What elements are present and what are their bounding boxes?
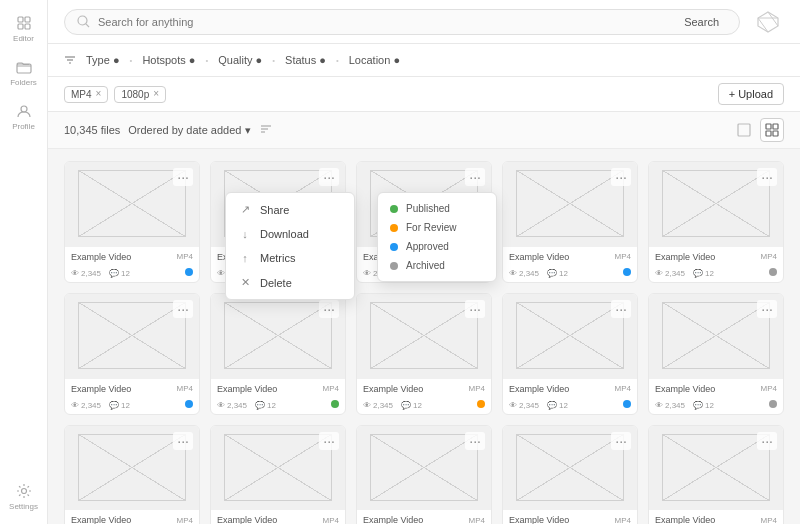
sidebar-editor-label: Editor [13, 34, 34, 43]
thumbnail-placeholder [662, 434, 769, 501]
folders-icon [15, 58, 33, 76]
status-option-approved[interactable]: Approved [386, 237, 488, 256]
card-status-dot [769, 268, 777, 276]
card-footer: Example Video MP4 [503, 378, 637, 399]
media-card[interactable]: ··· Example Video MP4 👁 2,345 💬 12 [356, 425, 492, 525]
media-card[interactable]: ··· Example Video MP4 👁 2,345 💬 12 [356, 293, 492, 415]
card-views: 👁 2,345 [217, 401, 247, 410]
order-button[interactable]: Ordered by date added ▾ [128, 124, 251, 137]
media-card[interactable]: ··· Published For Review [356, 161, 492, 283]
svg-rect-1 [25, 17, 30, 22]
card-more-button[interactable]: ··· [757, 168, 777, 186]
list-view-button[interactable] [732, 118, 756, 142]
sidebar-item-editor[interactable]: Editor [4, 8, 44, 48]
comment-icon: 💬 [401, 401, 411, 410]
file-count: 10,345 files [64, 124, 120, 136]
upload-button[interactable]: + Upload [718, 83, 784, 105]
card-more-button[interactable]: ··· [465, 168, 485, 186]
card-more-button[interactable]: ··· [757, 432, 777, 450]
card-more-button[interactable]: ··· [319, 432, 339, 450]
media-grid-container: ··· Example Video MP4 👁 2,345 💬 12 ··· [48, 149, 800, 524]
media-card[interactable]: ··· Example Video MP4 👁 2,345 💬 12 [502, 425, 638, 525]
comments-count: 12 [121, 401, 130, 410]
context-item-label: Metrics [260, 252, 295, 264]
status-option-archived[interactable]: Archived [386, 256, 488, 275]
filter-location[interactable]: Location ● [345, 52, 404, 68]
media-card[interactable]: ··· ↗ Share ↓ Download ↑ Metrics [210, 161, 346, 283]
filter-quality[interactable]: Quality ● [214, 52, 266, 68]
card-more-button[interactable]: ··· [757, 300, 777, 318]
card-more-button[interactable]: ··· [465, 432, 485, 450]
media-card[interactable]: ··· Example Video MP4 👁 2,345 💬 12 [502, 293, 638, 415]
media-card[interactable]: ··· Example Video MP4 👁 2,345 💬 12 [64, 425, 200, 525]
status-option-label: Approved [406, 241, 449, 252]
card-more-button[interactable]: ··· [611, 168, 631, 186]
filter-type[interactable]: Type ● [82, 52, 124, 68]
filter-status[interactable]: Status ● [281, 52, 330, 68]
media-card[interactable]: ··· Example Video MP4 👁 2,345 💬 12 [64, 161, 200, 283]
media-card[interactable]: ··· Example Video MP4 👁 2,345 💬 12 [648, 161, 784, 283]
svg-rect-2 [18, 24, 23, 29]
media-card[interactable]: ··· Example Video MP4 👁 2,345 💬 12 [648, 293, 784, 415]
media-card[interactable]: ··· Example Video MP4 👁 2,345 💬 12 [210, 293, 346, 415]
card-more-button[interactable]: ··· [173, 300, 193, 318]
share-icon: ↗ [238, 203, 252, 216]
thumbnail-placeholder [370, 302, 477, 369]
context-item-share[interactable]: ↗ Share [226, 197, 354, 222]
media-card[interactable]: ··· Example Video MP4 👁 2,345 💬 12 [502, 161, 638, 283]
card-more-button[interactable]: ··· [465, 300, 485, 318]
card-more-button[interactable]: ··· [319, 168, 339, 186]
remove-mp4-filter[interactable]: × [96, 89, 102, 99]
card-comments: 💬 12 [693, 401, 714, 410]
svg-rect-0 [18, 17, 23, 22]
card-footer: Example Video MP4 [65, 378, 199, 399]
svg-point-5 [21, 106, 27, 112]
active-filter-1080p[interactable]: 1080p × [114, 86, 166, 103]
media-card[interactable]: ··· Example Video MP4 👁 2,345 💬 12 [64, 293, 200, 415]
thumbnail-placeholder [516, 302, 623, 369]
grid-view-button[interactable] [760, 118, 784, 142]
eye-icon: 👁 [655, 401, 663, 410]
comments-count: 12 [705, 269, 714, 278]
context-item-metrics[interactable]: ↑ Metrics [226, 246, 354, 270]
media-card[interactable]: ··· Example Video MP4 👁 2,345 💬 12 [210, 425, 346, 525]
card-thumbnail: ··· [65, 426, 199, 510]
card-thumbnail: ··· [357, 426, 491, 510]
metrics-icon: ↑ [238, 252, 252, 264]
card-status-dot [477, 400, 485, 408]
filter-hotspots[interactable]: Hotspots ● [138, 52, 199, 68]
status-option-for_review[interactable]: For Review [386, 218, 488, 237]
active-filter-mp4[interactable]: MP4 × [64, 86, 108, 103]
views-count: 2,345 [227, 401, 247, 410]
search-button[interactable]: Search [676, 14, 727, 30]
header: Search [48, 0, 800, 44]
card-more-button[interactable]: ··· [611, 432, 631, 450]
card-views: 👁 2,345 [509, 269, 539, 278]
status-option-published[interactable]: Published [386, 199, 488, 218]
card-more-button[interactable]: ··· [611, 300, 631, 318]
sidebar-item-settings[interactable]: Settings [4, 476, 44, 516]
card-more-button[interactable]: ··· [173, 168, 193, 186]
comments-count: 12 [267, 401, 276, 410]
card-more-button[interactable]: ··· [319, 300, 339, 318]
chevron-down-icon: ▾ [245, 124, 251, 137]
card-more-button[interactable]: ··· [173, 432, 193, 450]
sidebar-folders-label: Folders [10, 78, 37, 87]
media-card[interactable]: ··· Example Video MP4 👁 2,345 💬 12 [648, 425, 784, 525]
context-item-delete[interactable]: ✕ Delete [226, 270, 354, 295]
sort-icon[interactable] [259, 122, 273, 139]
thumbnail-placeholder [516, 170, 623, 237]
sidebar-item-profile[interactable]: Profile [4, 96, 44, 136]
thumbnail-placeholder [224, 434, 331, 501]
sidebar-item-folders[interactable]: Folders [4, 52, 44, 92]
search-input[interactable] [98, 16, 668, 28]
profile-icon [15, 102, 33, 120]
svg-rect-21 [773, 124, 778, 129]
svg-point-6 [21, 488, 26, 493]
card-thumbnail: ··· [649, 294, 783, 378]
status-dot [390, 262, 398, 270]
remove-1080p-filter[interactable]: × [153, 89, 159, 99]
download-icon: ↓ [238, 228, 252, 240]
context-item-download[interactable]: ↓ Download [226, 222, 354, 246]
card-meta: 👁 2,345 💬 12 [649, 399, 783, 414]
